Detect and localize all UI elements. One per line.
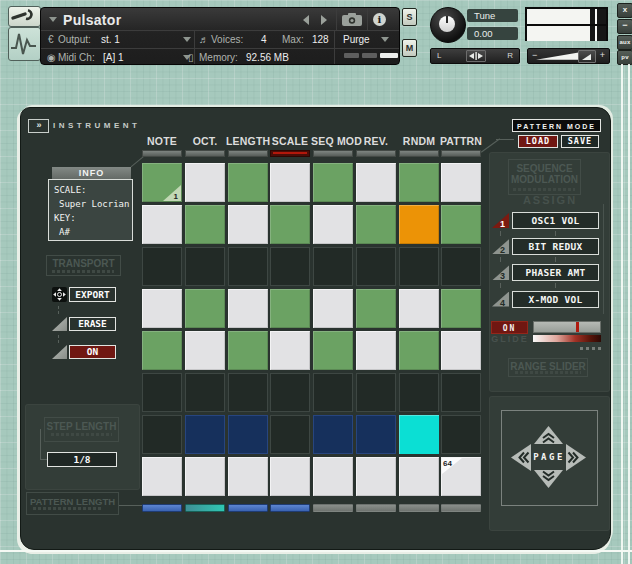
- pattern-length-bar[interactable]: [270, 504, 310, 512]
- pattern-length-bar[interactable]: [228, 504, 268, 512]
- grid-cell[interactable]: [441, 205, 481, 244]
- grid-cell[interactable]: [356, 289, 396, 328]
- close-button[interactable]: x: [617, 3, 632, 18]
- glide-slider[interactable]: [533, 321, 601, 333]
- grid-cell[interactable]: [142, 247, 182, 286]
- grid-cell[interactable]: [185, 415, 225, 454]
- volume-handle[interactable]: [578, 50, 596, 63]
- grid-cell[interactable]: 1: [142, 163, 182, 202]
- grid-cell[interactable]: [270, 163, 310, 202]
- grid-cell[interactable]: [270, 415, 310, 454]
- grid-cell[interactable]: [185, 289, 225, 328]
- column-indicator-bar[interactable]: [185, 150, 225, 157]
- pattern-length-bar[interactable]: [399, 504, 439, 512]
- column-indicator-bar[interactable]: [399, 150, 439, 157]
- grid-cell[interactable]: [185, 247, 225, 286]
- instrument-collapse-icon[interactable]: [49, 17, 57, 22]
- minimize-button[interactable]: −: [617, 19, 632, 34]
- column-indicator-bar[interactable]: [270, 150, 310, 157]
- grid-cell[interactable]: [142, 457, 182, 496]
- grid-cell[interactable]: [441, 331, 481, 370]
- volume-slider[interactable]: − +: [527, 48, 610, 64]
- pan-slider[interactable]: L R: [430, 48, 520, 64]
- glide-slider-marker[interactable]: [576, 322, 579, 332]
- next-instrument-icon[interactable]: [321, 15, 327, 25]
- prev-instrument-icon[interactable]: [303, 15, 309, 25]
- grid-cell[interactable]: [356, 205, 396, 244]
- pattern-length-bar[interactable]: [441, 504, 481, 512]
- aux-button[interactable]: aux: [617, 35, 632, 50]
- pattern-save-button[interactable]: SAVE: [561, 135, 599, 148]
- grid-cell[interactable]: [356, 457, 396, 496]
- grid-cell[interactable]: [228, 331, 268, 370]
- assign-slot-button[interactable]: BIT REDUX: [512, 238, 599, 255]
- grid-cell[interactable]: [228, 373, 268, 412]
- instrument-expand-button[interactable]: »: [28, 119, 49, 133]
- grid-cell[interactable]: [228, 289, 268, 328]
- tune-knob[interactable]: [430, 7, 466, 43]
- tune-value[interactable]: 0.00: [467, 27, 518, 40]
- grid-cell[interactable]: [399, 415, 439, 454]
- grid-cell[interactable]: [356, 163, 396, 202]
- grid-cell[interactable]: [270, 289, 310, 328]
- grid-cell[interactable]: [399, 457, 439, 496]
- grid-cell[interactable]: [142, 289, 182, 328]
- grid-cell[interactable]: [185, 163, 225, 202]
- column-indicator-bar[interactable]: [228, 150, 268, 157]
- midi-value[interactable]: [A] 1: [103, 52, 124, 63]
- mute-button[interactable]: M: [402, 39, 417, 57]
- grid-cell[interactable]: [441, 415, 481, 454]
- grid-cell[interactable]: [142, 331, 182, 370]
- grid-cell[interactable]: [441, 247, 481, 286]
- grid-cell[interactable]: [441, 289, 481, 328]
- column-indicator-bar[interactable]: [313, 150, 353, 157]
- snapshot-camera-icon[interactable]: [342, 13, 362, 28]
- grid-cell[interactable]: [356, 415, 396, 454]
- grid-cell[interactable]: [399, 247, 439, 286]
- grid-cell[interactable]: [228, 205, 268, 244]
- grid-cell[interactable]: [313, 247, 353, 286]
- grid-cell[interactable]: [270, 331, 310, 370]
- assign-slot-button[interactable]: OSC1 VOL: [512, 212, 599, 229]
- grid-cell[interactable]: [313, 457, 353, 496]
- export-button[interactable]: EXPORT: [69, 287, 116, 302]
- grid-cell[interactable]: [313, 289, 353, 328]
- purge-dropdown-icon[interactable]: [381, 37, 389, 42]
- grid-cell[interactable]: [356, 331, 396, 370]
- pattern-length-bar[interactable]: [356, 504, 396, 512]
- grid-cell[interactable]: 64: [441, 457, 481, 496]
- grid-cell[interactable]: [185, 373, 225, 412]
- output-dropdown-icon[interactable]: [183, 37, 191, 42]
- grid-cell[interactable]: [356, 247, 396, 286]
- pattern-load-button[interactable]: LOAD: [518, 135, 558, 148]
- pattern-length-bar[interactable]: [185, 504, 225, 512]
- solo-button[interactable]: S: [402, 8, 417, 26]
- page-up-button[interactable]: [534, 426, 563, 448]
- column-indicator-bar[interactable]: [142, 150, 182, 157]
- column-indicator-bar[interactable]: [441, 150, 481, 157]
- grid-cell[interactable]: [313, 415, 353, 454]
- grid-cell[interactable]: [356, 373, 396, 412]
- page-down-button[interactable]: [534, 470, 563, 492]
- purge-label[interactable]: Purge: [343, 34, 370, 45]
- grid-cell[interactable]: [270, 205, 310, 244]
- output-value[interactable]: st. 1: [101, 34, 120, 45]
- grid-cell[interactable]: [270, 457, 310, 496]
- wrench-icon-button[interactable]: [8, 6, 41, 27]
- erase-button[interactable]: ERASE: [69, 317, 116, 331]
- assign-slot-button[interactable]: PHASER AMT: [512, 264, 599, 281]
- info-icon[interactable]: i: [373, 13, 386, 26]
- grid-cell[interactable]: [441, 163, 481, 202]
- grid-cell[interactable]: [185, 331, 225, 370]
- grid-cell[interactable]: [142, 415, 182, 454]
- glide-on-button[interactable]: ON: [491, 321, 528, 334]
- grid-cell[interactable]: [142, 373, 182, 412]
- step-length-value[interactable]: 1/8: [47, 452, 117, 467]
- waveform-icon-button[interactable]: [8, 27, 41, 61]
- grid-cell[interactable]: [441, 373, 481, 412]
- grid-cell[interactable]: [270, 373, 310, 412]
- grid-cell[interactable]: [399, 205, 439, 244]
- grid-cell[interactable]: [399, 373, 439, 412]
- assign-slot-button[interactable]: X-MOD VOL: [512, 291, 599, 308]
- grid-cell[interactable]: [313, 373, 353, 412]
